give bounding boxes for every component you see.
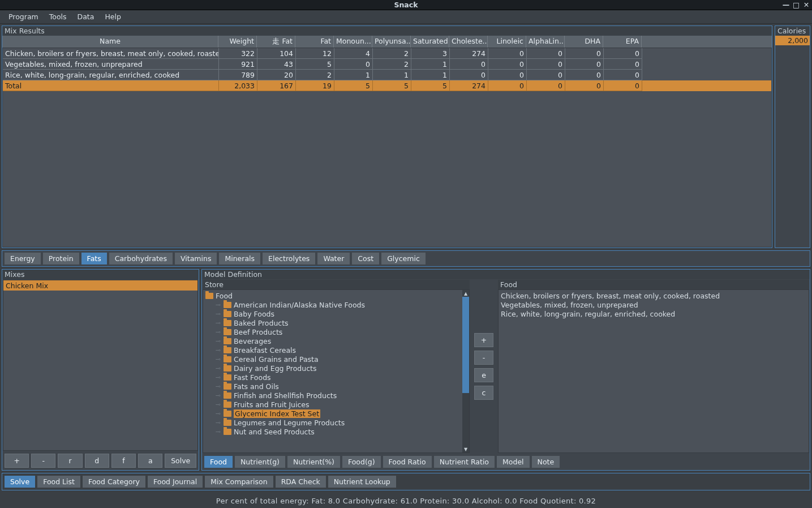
tree-node[interactable]: ⊸Dairy and Egg Products [204, 364, 461, 373]
folder-icon [224, 365, 231, 372]
column-header[interactable]: Monoun... [334, 36, 372, 48]
maximize-icon[interactable]: □ [793, 1, 800, 8]
tab-electrolytes[interactable]: Electrolytes [263, 253, 315, 264]
tree-node[interactable]: ⊸Breakfast Cereals [204, 345, 461, 355]
mix-results-body[interactable]: Chicken, broilers or fryers, breast, mea… [2, 48, 772, 247]
nutrient-tabs: EnergyProteinFatsCarbohydratesVitaminsMi… [2, 250, 810, 267]
model-tab-nutrient[interactable]: Nutrient(%) [287, 456, 340, 468]
scroll-up-icon[interactable]: ▲ [462, 290, 469, 297]
tab-glycemic[interactable]: Glycemic [381, 253, 426, 264]
tab-protein[interactable]: Protein [43, 253, 79, 264]
mixes-panel: Mixes Chicken Mix +-rdfaSolve [2, 269, 199, 471]
tab-energy[interactable]: Energy [5, 253, 41, 264]
food-item[interactable]: Chicken, broilers or fryers, breast, mea… [500, 291, 807, 300]
tab-cost[interactable]: Cost [352, 253, 379, 264]
model-tab-nutrient ratio[interactable]: Nutrient Ratio [434, 456, 495, 468]
nav-tab-food-list[interactable]: Food List [37, 476, 80, 488]
tree-root[interactable]: Food [204, 291, 461, 300]
minimize-icon[interactable]: — [783, 1, 789, 8]
tree-node[interactable]: ⊸Finfish and Shellfish Products [204, 391, 461, 400]
tree-node[interactable]: ⊸Cereal Grains and Pasta [204, 355, 461, 364]
model-tab-foodg[interactable]: Food(g) [342, 456, 381, 468]
mixes-list[interactable]: Chicken Mix [3, 280, 198, 451]
folder-icon [224, 347, 231, 353]
nav-tabs: SolveFood ListFood CategoryFood JournalM… [2, 473, 810, 490]
column-header[interactable]: DHA [565, 36, 603, 48]
mix-btn-d[interactable]: d [85, 454, 109, 468]
table-row[interactable]: Chicken, broilers or fryers, breast, mea… [3, 48, 771, 59]
table-row[interactable]: Total2,033167195552740000 [3, 80, 771, 91]
model-tab-note[interactable]: Note [532, 456, 560, 468]
column-header[interactable]: AlphaLin... [526, 36, 565, 48]
column-header[interactable]: Name [2, 36, 218, 48]
mix-btn-minus[interactable]: - [31, 454, 55, 468]
scroll-thumb[interactable] [462, 297, 469, 393]
folder-icon [224, 383, 231, 390]
model-tab-food ratio[interactable]: Food Ratio [383, 456, 432, 468]
model-tab-food[interactable]: Food [204, 456, 233, 468]
scroll-down-icon[interactable]: ▼ [462, 446, 469, 452]
menu-data[interactable]: Data [72, 11, 100, 23]
store-tree[interactable]: Food⊸American Indian/Alaska Native Foods… [203, 290, 462, 452]
tree-node[interactable]: ⊸Beef Products [204, 327, 461, 336]
model-definition-panel: Model Definition Store Food⊸American Ind… [201, 269, 810, 471]
column-header[interactable]: Polyunsa... [372, 36, 411, 48]
column-header[interactable]: EPA [603, 36, 642, 48]
nav-tab-food-journal[interactable]: Food Journal [148, 476, 203, 488]
column-header[interactable]: 走 Fat [257, 36, 295, 48]
model-tab-nutrientg[interactable]: Nutrient(g) [235, 456, 285, 468]
mix-item[interactable]: Chicken Mix [3, 280, 197, 291]
table-row[interactable]: Rice, white, long-grain, regular, enrich… [3, 70, 771, 80]
tab-water[interactable]: Water [317, 253, 350, 264]
mix-btn-f[interactable]: f [111, 454, 136, 468]
nav-tab-food-category[interactable]: Food Category [83, 476, 145, 488]
tree-node[interactable]: ⊸Fast Foods [204, 373, 461, 382]
tree-node[interactable]: ⊸Legumes and Legume Products [204, 418, 461, 427]
model-tab-model[interactable]: Model [497, 456, 530, 468]
tree-node[interactable]: ⊸Fruits and Fruit Juices [204, 400, 461, 409]
transfer-btn-plus[interactable]: + [474, 333, 493, 347]
tree-node[interactable]: ⊸Fats and Oils [204, 382, 461, 391]
titlebar: Snack — □ ✕ [0, 0, 812, 10]
food-item[interactable]: Vegetables, mixed, frozen, unprepared [500, 300, 807, 309]
tree-node[interactable]: ⊸Beverages [204, 336, 461, 345]
tree-node[interactable]: ⊸Baked Products [204, 318, 461, 327]
column-header[interactable]: Fat [295, 36, 334, 48]
folder-icon [224, 429, 231, 435]
tree-node[interactable]: ⊸Baby Foods [204, 309, 461, 318]
column-header[interactable]: Linoleic [488, 36, 526, 48]
calories-value: 2,000 [775, 36, 810, 45]
tab-minerals[interactable]: Minerals [219, 253, 260, 264]
table-row[interactable]: Vegetables, mixed, frozen, unprepared921… [3, 59, 771, 70]
food-list[interactable]: Chicken, broilers or fryers, breast, mea… [498, 289, 809, 453]
transfer-btn-minus[interactable]: - [474, 351, 493, 365]
nav-tab-solve[interactable]: Solve [5, 476, 35, 488]
tab-fats[interactable]: Fats [81, 253, 107, 264]
mix-btn-solve[interactable]: Solve [165, 454, 196, 468]
menu-program[interactable]: Program [3, 11, 44, 23]
tab-vitamins[interactable]: Vitamins [175, 253, 217, 264]
store-scrollbar[interactable]: ▲ ▼ [462, 290, 469, 452]
nav-tab-nutrient-lookup[interactable]: Nutrient Lookup [328, 476, 396, 488]
transfer-btn-c[interactable]: c [474, 386, 493, 400]
folder-icon [224, 420, 231, 426]
column-header[interactable]: Saturated [411, 36, 449, 48]
tab-carbohydrates[interactable]: Carbohydrates [109, 253, 173, 264]
mix-btn-r[interactable]: r [58, 454, 82, 468]
column-header[interactable]: Weight [218, 36, 257, 48]
menu-tools[interactable]: Tools [44, 11, 72, 23]
transfer-btn-e[interactable]: e [474, 368, 493, 382]
tree-node[interactable]: ⊸American Indian/Alaska Native Foods [204, 300, 461, 309]
nav-tab-rda-check[interactable]: RDA Check [276, 476, 326, 488]
mix-btn-a[interactable]: a [138, 454, 162, 468]
nav-tab-mix-comparison[interactable]: Mix Comparison [205, 476, 273, 488]
column-header[interactable]: Choleste... [449, 36, 488, 48]
menu-help[interactable]: Help [100, 11, 126, 23]
tree-node[interactable]: ⊸Nut and Seed Products [204, 427, 461, 436]
tree-node[interactable]: ⊸Glycemic Index Test Set [204, 409, 461, 418]
food-item[interactable]: Rice, white, long-grain, regular, enrich… [500, 309, 807, 318]
mix-btn-plus[interactable]: + [5, 454, 29, 468]
close-icon[interactable]: ✕ [803, 1, 810, 8]
food-column: Food Chicken, broilers or fryers, breast… [498, 280, 809, 453]
folder-icon [224, 320, 231, 326]
